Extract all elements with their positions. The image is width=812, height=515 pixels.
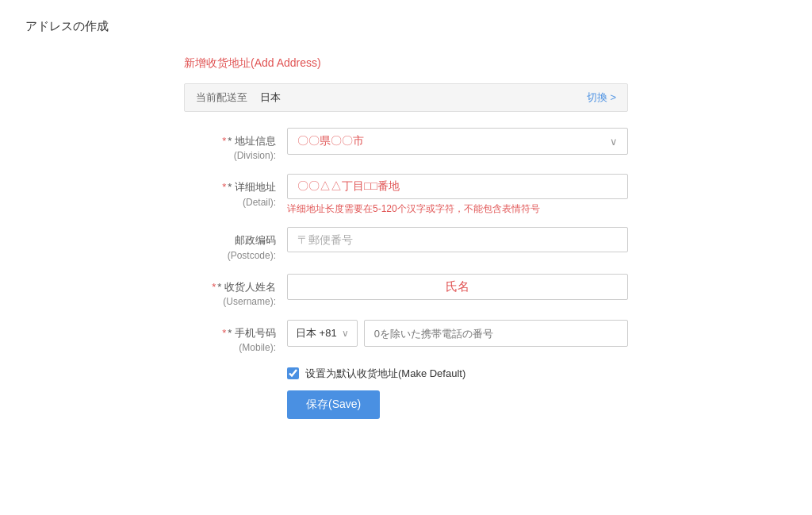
- section-title: 新增收货地址(Add Address): [184, 56, 628, 71]
- detail-field: 详细地址长度需要在5-120个汉字或字符，不能包含表情符号: [287, 174, 628, 216]
- shipping-country: 日本: [260, 90, 281, 105]
- username-label: ** 收货人姓名 (Username):: [184, 274, 287, 309]
- username-sub-label: (Username):: [223, 296, 276, 307]
- required-star-username: *: [212, 281, 216, 293]
- default-checkbox-label: 设置为默认收货地址(Make Default): [305, 367, 465, 381]
- mobile-field: 日本 +81 ∨: [287, 320, 628, 347]
- postcode-input[interactable]: [287, 227, 628, 252]
- shipping-label: 当前配送至: [196, 90, 247, 105]
- save-button[interactable]: 保存(Save): [287, 390, 380, 419]
- detail-row: ** 详细地址 (Detail): 详细地址长度需要在5-120个汉字或字符，不…: [184, 174, 628, 216]
- page-title: アドレスの作成: [25, 19, 787, 34]
- country-code-value: 日本 +81: [296, 326, 337, 340]
- chevron-down-icon: ∨: [610, 136, 618, 148]
- username-field: [287, 274, 628, 300]
- shipping-bar: 当前配送至 日本 切換 >: [184, 83, 628, 112]
- default-checkbox-row: 设置为默认收货地址(Make Default): [287, 367, 628, 381]
- required-star: *: [222, 135, 226, 147]
- mobile-sub-label: (Mobile):: [239, 342, 276, 353]
- division-field: 〇〇県〇〇市 ∨: [287, 128, 628, 155]
- division-value: 〇〇県〇〇市: [297, 134, 364, 148]
- mobile-row: ** 手机号码 (Mobile): 日本 +81 ∨: [184, 320, 628, 355]
- detail-sub-label: (Detail):: [243, 197, 276, 208]
- postcode-field: [287, 227, 628, 252]
- postcode-sub-label: (Postcode):: [228, 250, 276, 261]
- phone-number-input[interactable]: [364, 320, 628, 347]
- division-row: ** 地址信息 (Division): 〇〇県〇〇市 ∨: [184, 128, 628, 163]
- phone-row: 日本 +81 ∨: [287, 320, 628, 347]
- username-row: ** 收货人姓名 (Username):: [184, 274, 628, 309]
- required-star-mobile: *: [222, 327, 226, 339]
- switch-link[interactable]: 切換 >: [587, 90, 616, 105]
- mobile-label: ** 手机号码 (Mobile):: [184, 320, 287, 355]
- division-label: ** 地址信息 (Division):: [184, 128, 287, 163]
- postcode-row: 邮政编码 (Postcode):: [184, 227, 628, 262]
- detail-label: ** 详细地址 (Detail):: [184, 174, 287, 209]
- detail-input[interactable]: [287, 174, 628, 199]
- phone-country-dropdown[interactable]: 日本 +81 ∨: [287, 320, 358, 347]
- username-input[interactable]: [287, 274, 628, 300]
- division-sub-label: (Division):: [234, 150, 276, 161]
- country-chevron-icon: ∨: [342, 328, 349, 339]
- required-star-detail: *: [222, 181, 226, 193]
- default-checkbox[interactable]: [287, 367, 299, 379]
- postcode-label: 邮政编码 (Postcode):: [184, 227, 287, 262]
- detail-error: 详细地址长度需要在5-120个汉字或字符，不能包含表情符号: [287, 202, 628, 216]
- division-dropdown[interactable]: 〇〇県〇〇市 ∨: [287, 128, 628, 155]
